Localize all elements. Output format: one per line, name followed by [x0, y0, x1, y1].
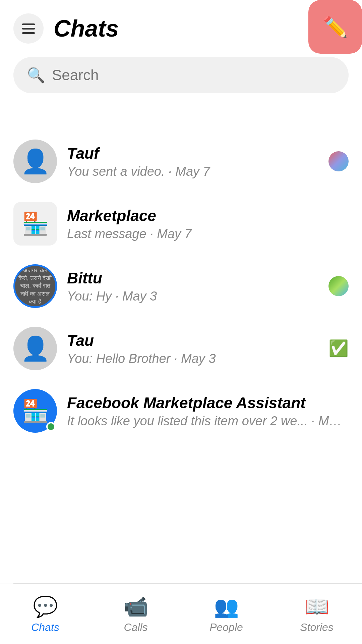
chats-nav-icon: 💬 [33, 595, 58, 619]
bottom-navigation: 💬 Chats 📹 Calls 👥 People 📖 Stories [0, 584, 362, 644]
online-indicator [46, 422, 56, 431]
nav-item-stories[interactable]: 📖 Stories [272, 595, 362, 634]
chat-meta-tauf [328, 151, 349, 171]
fb-marketplace-store-icon: 🏪 [22, 398, 49, 424]
nav-item-calls[interactable]: 📹 Calls [90, 595, 181, 634]
hamburger-icon [22, 23, 35, 34]
nav-item-chats[interactable]: 💬 Chats [0, 595, 90, 634]
chat-info-marketplace: Marketplace Last message · May 7 [67, 207, 349, 241]
avatar-wrapper-marketplace: 🏪 [13, 202, 57, 246]
chats-nav-label: Chats [31, 621, 59, 634]
calls-nav-icon: 📹 [123, 595, 148, 619]
chat-meta-tau: ✅ [328, 339, 349, 358]
chat-preview-marketplace: Last message · May 7 [67, 227, 349, 241]
header-left: Chats [13, 13, 119, 44]
search-icon: 🔍 [27, 66, 45, 84]
store-icon: 🏪 [22, 211, 49, 236]
stories-nav-label: Stories [300, 621, 334, 634]
avatar-marketplace: 🏪 [13, 202, 57, 246]
small-avatar-image-tauf [328, 151, 349, 171]
chat-list: 👤 Tauf You sent a video. · May 7 🏪 Marke… [0, 130, 362, 442]
compose-button[interactable]: ✏️ [308, 0, 362, 54]
chat-name-fb-marketplace: Facebook Marketplace Assistant [67, 394, 349, 412]
chat-meta-bittu [328, 276, 349, 296]
small-avatar-image-bittu [328, 276, 349, 296]
header: Chats 📷 ✏️ [0, 0, 362, 50]
avatar-wrapper-fb-marketplace: 🏪 [13, 389, 57, 433]
chat-name-tau: Tau [67, 331, 318, 350]
avatar-bittu: अजगर चले कैसे, उसने देखी चाल, कहाँ रात न… [13, 264, 57, 308]
people-nav-label: People [209, 621, 243, 634]
chat-info-fb-marketplace: Facebook Marketplace Assistant It looks … [67, 394, 349, 428]
menu-button[interactable] [13, 13, 44, 44]
spacer [0, 103, 362, 130]
person-icon-tau: 👤 [21, 335, 50, 362]
stories-nav-icon: 📖 [304, 595, 329, 619]
avatar-wrapper-tauf: 👤 [13, 140, 57, 183]
chat-name-bittu: Bittu [67, 269, 318, 287]
avatar-tauf: 👤 [13, 140, 57, 183]
chat-name-tauf: Tauf [67, 144, 318, 162]
chat-item-tau[interactable]: 👤 Tau You: Hello Brother · May 3 ✅ [7, 317, 355, 380]
search-container: 🔍 [0, 50, 362, 103]
chat-item-fb-marketplace[interactable]: 🏪 Facebook Marketplace Assistant It look… [7, 380, 355, 442]
header-right: 📷 ✏️ [318, 13, 349, 44]
search-input[interactable] [52, 67, 335, 84]
chat-preview-fb-marketplace: It looks like you listed this item over … [67, 414, 349, 428]
delivered-check-icon: ✅ [328, 339, 349, 358]
calls-nav-label: Calls [124, 621, 147, 634]
nav-item-people[interactable]: 👥 People [181, 595, 272, 634]
avatar-wrapper-tau: 👤 [13, 327, 57, 370]
avatar-tau: 👤 [13, 327, 57, 370]
chat-name-marketplace: Marketplace [67, 207, 349, 225]
search-bar: 🔍 [13, 57, 349, 93]
chat-info-tau: Tau You: Hello Brother · May 3 [67, 331, 318, 366]
chat-preview-tau: You: Hello Brother · May 3 [67, 352, 318, 366]
people-nav-icon: 👥 [214, 595, 239, 619]
small-avatar-bittu [328, 276, 349, 296]
chat-preview-bittu: You: Hy · May 3 [67, 289, 318, 304]
chat-item-bittu[interactable]: अजगर चले कैसे, उसने देखी चाल, कहाँ रात न… [7, 255, 355, 317]
small-avatar-tauf [328, 151, 349, 171]
pencil-icon: ✏️ [323, 15, 348, 39]
chat-item-marketplace[interactable]: 🏪 Marketplace Last message · May 7 [7, 193, 355, 255]
chat-item-tauf[interactable]: 👤 Tauf You sent a video. · May 7 [7, 130, 355, 193]
person-icon: 👤 [21, 148, 50, 175]
chat-info-tauf: Tauf You sent a video. · May 7 [67, 144, 318, 179]
chat-info-bittu: Bittu You: Hy · May 3 [67, 269, 318, 304]
page-title: Chats [54, 15, 119, 42]
chat-preview-tauf: You sent a video. · May 7 [67, 164, 318, 179]
avatar-fb-marketplace: 🏪 [13, 389, 57, 433]
avatar-wrapper-bittu: अजगर चले कैसे, उसने देखी चाल, कहाँ रात न… [13, 264, 57, 308]
